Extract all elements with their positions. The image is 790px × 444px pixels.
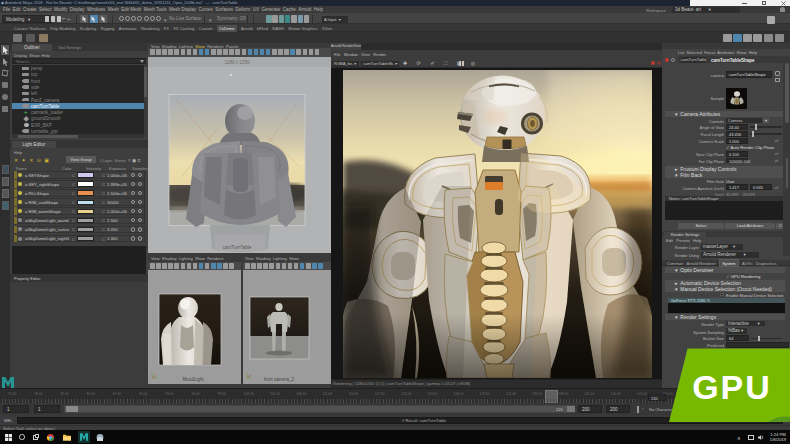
svg-text:MoodLight: MoodLight	[182, 377, 204, 382]
svg-text:camTurnTable: camTurnTable	[223, 245, 252, 250]
svg-text:front camera_2: front camera_2	[264, 377, 295, 382]
svg-text:GPU: GPU	[692, 368, 772, 406]
svg-text:1280 x 1350: 1280 x 1350	[225, 60, 250, 65]
